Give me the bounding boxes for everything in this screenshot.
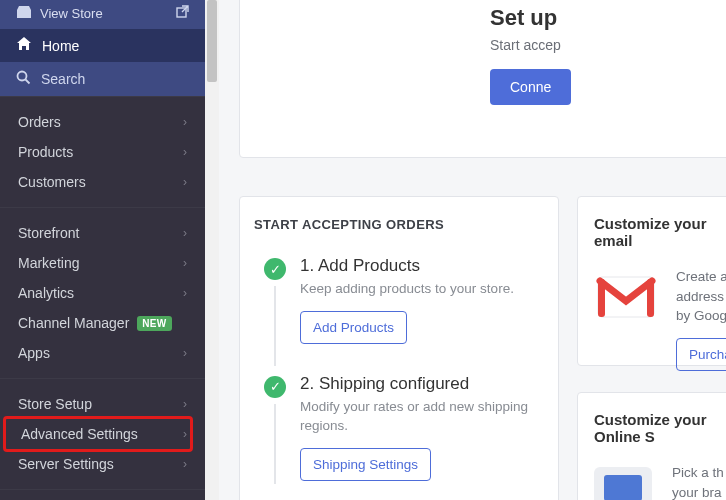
setup-payments-card: Set up Start accep Conne [239, 0, 726, 158]
step-connector [274, 286, 276, 366]
search-icon [16, 70, 31, 88]
sidebar-header: View Store Home Search [0, 0, 205, 96]
sidebar-item-storefront[interactable]: Storefront› [0, 218, 205, 248]
sidebar-item-advanced-settings[interactable]: Advanced Settings› [6, 419, 190, 449]
theme-icon [594, 467, 652, 500]
email-desc: Create a address t by Googl [676, 267, 726, 326]
sidebar-item-apps[interactable]: Apps› [0, 338, 205, 368]
step-add-products: ✓ 1. Add Products Keep adding products t… [254, 256, 544, 344]
step-desc: Modify your rates or add new shipping re… [300, 398, 544, 436]
setup-title: Set up [490, 5, 726, 31]
nav-group-account: Account Settings› [0, 489, 205, 500]
svg-point-2 [18, 72, 27, 81]
sidebar-item-customers[interactable]: Customers› [0, 167, 205, 197]
view-store-label: View Store [40, 6, 103, 21]
view-store-row[interactable]: View Store [0, 0, 205, 29]
sidebar-item-products[interactable]: Products› [0, 137, 205, 167]
store-desc: Pick a th your bra [672, 463, 724, 500]
highlight-advanced-settings: Advanced Settings› [3, 416, 193, 452]
nav-group-commerce: Orders› Products› Customers› [0, 96, 205, 207]
chevron-right-icon: › [183, 226, 187, 240]
step-title: 1. Add Products [300, 256, 544, 276]
check-icon: ✓ [264, 258, 286, 280]
sidebar-item-home[interactable]: Home [0, 29, 205, 62]
step-desc: Keep adding products to your store. [300, 280, 544, 299]
svg-rect-5 [598, 279, 605, 317]
sidebar-item-orders[interactable]: Orders› [0, 107, 205, 137]
purchase-button[interactable]: Purcha [676, 338, 726, 371]
chevron-right-icon: › [183, 457, 187, 471]
shipping-settings-button[interactable]: Shipping Settings [300, 448, 431, 481]
email-heading: Customize your email [594, 215, 726, 249]
sidebar-search[interactable]: Search [0, 62, 205, 96]
customize-store-card: Customize your Online S Pick a th your b… [577, 392, 726, 500]
setup-subtitle: Start accep [490, 37, 726, 53]
add-products-button[interactable]: Add Products [300, 311, 407, 344]
chevron-right-icon: › [183, 427, 187, 441]
chevron-right-icon: › [183, 346, 187, 360]
connect-button[interactable]: Conne [490, 69, 571, 105]
external-link-icon [176, 4, 189, 22]
search-label: Search [41, 71, 85, 87]
sidebar-item-channel-manager[interactable]: Channel ManagerNEW [0, 308, 205, 338]
svg-line-3 [26, 80, 30, 84]
home-icon [16, 37, 32, 54]
sidebar-item-analytics[interactable]: Analytics› [0, 278, 205, 308]
store-heading: Customize your Online S [594, 411, 726, 445]
orders-heading: START ACCEPTING ORDERS [254, 217, 544, 232]
step-title: 2. Shipping configured [300, 374, 544, 394]
nav-group-setup: Store Setup› Advanced Settings› Server S… [0, 378, 205, 489]
home-label: Home [42, 38, 79, 54]
store-icon [16, 5, 32, 22]
svg-rect-6 [647, 279, 654, 317]
step-connector [274, 404, 276, 484]
svg-rect-0 [17, 10, 31, 18]
scrollbar-thumb[interactable] [207, 0, 217, 82]
sidebar-item-marketing[interactable]: Marketing› [0, 248, 205, 278]
badge-new: NEW [137, 316, 171, 331]
chevron-right-icon: › [183, 175, 187, 189]
main-content: ✓ ‹ Set up Start accep Conne START ACCEP… [219, 0, 726, 500]
start-accepting-orders-card: START ACCEPTING ORDERS ✓ 1. Add Products… [239, 196, 559, 500]
check-icon: ✓ [264, 376, 286, 398]
chevron-right-icon: › [183, 397, 187, 411]
step-shipping: ✓ 2. Shipping configured Modify your rat… [254, 374, 544, 481]
sidebar-item-store-setup[interactable]: Store Setup› [0, 389, 205, 419]
customize-email-card: Customize your email Create a address t … [577, 196, 726, 366]
chevron-right-icon: › [183, 115, 187, 129]
sidebar: View Store Home Search Orders› Products›… [0, 0, 205, 500]
chevron-right-icon: › [183, 256, 187, 270]
chevron-right-icon: › [183, 286, 187, 300]
gmail-icon [594, 273, 658, 321]
chevron-right-icon: › [183, 145, 187, 159]
scrollbar-track[interactable] [205, 0, 219, 500]
sidebar-item-server-settings[interactable]: Server Settings› [0, 449, 205, 479]
nav-group-marketing: Storefront› Marketing› Analytics› Channe… [0, 207, 205, 378]
